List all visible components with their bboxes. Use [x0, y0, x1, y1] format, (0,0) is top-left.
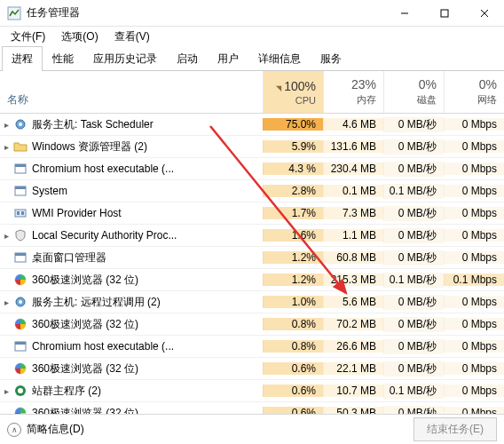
process-row[interactable]: Chromium host executable (...4.3 %230.4 …: [0, 158, 504, 180]
net-cell: 0 Mbps: [444, 207, 504, 219]
window-controls: [384, 0, 504, 27]
process-name: 360极速浏览器 (32 位): [32, 361, 263, 377]
minimize-button[interactable]: [384, 0, 424, 27]
mem-cell: 70.2 MB: [323, 318, 383, 330]
tab-2[interactable]: 应用历史记录: [83, 46, 167, 71]
footer: ∧ 简略信息(D) 结束任务(E): [0, 414, 504, 444]
net-cell: 0 Mbps: [444, 296, 504, 308]
fewer-details-link[interactable]: 简略信息(D): [27, 422, 84, 437]
svg-rect-21: [15, 342, 26, 345]
process-icon: [12, 317, 28, 331]
cpu-cell: 75.0%: [263, 118, 323, 131]
svg-rect-13: [21, 211, 24, 215]
menu-options[interactable]: 选项(O): [54, 28, 105, 46]
disk-cell: 0.1 MB/秒: [383, 384, 444, 399]
mem-cell: 10.7 MB: [323, 385, 383, 397]
process-row[interactable]: 360极速浏览器 (32 位)0.8%70.2 MB0 MB/秒0 Mbps: [0, 313, 504, 336]
disk-cell: 0.1 MB/秒: [383, 184, 444, 199]
cpu-cell: 0.6%: [263, 362, 323, 375]
process-row[interactable]: ▸Local Security Authority Proc...1.6%1.1…: [0, 225, 504, 247]
mem-cell: 230.4 MB: [323, 163, 383, 175]
cpu-cell: 1.0%: [263, 296, 323, 308]
process-icon: [12, 228, 28, 242]
col-header-磁盘[interactable]: 0%磁盘: [383, 71, 444, 113]
process-row[interactable]: ▸站群主程序 (2)0.6%10.7 MB0.1 MB/秒0 Mbps: [0, 380, 504, 402]
end-task-button[interactable]: 结束任务(E): [413, 417, 497, 441]
col-header-CPU[interactable]: ◥100%CPU: [263, 71, 323, 113]
mem-cell: 4.6 MB: [323, 118, 383, 131]
disk-cell: 0 MB/秒: [383, 228, 444, 243]
menu-view[interactable]: 查看(V): [107, 28, 157, 46]
svg-rect-10: [15, 186, 26, 189]
name-column-header[interactable]: 名称: [0, 71, 263, 113]
disk-cell: 0 MB/秒: [383, 339, 444, 354]
process-row[interactable]: 360极速浏览器 (32 位)1.2%215.3 MB0.1 MB/秒0.1 M…: [0, 269, 504, 291]
cpu-cell: 1.7%: [263, 207, 323, 219]
process-icon: [12, 139, 28, 154]
process-name: 360极速浏览器 (32 位): [32, 317, 263, 332]
expand-icon[interactable]: ▸: [0, 386, 12, 396]
cpu-cell: 1.2%: [263, 274, 323, 286]
process-name: 服务主机: Task Scheduler: [32, 117, 263, 132]
expand-icon[interactable]: ▸: [0, 120, 12, 130]
net-cell: 0 Mbps: [444, 163, 504, 175]
net-cell: 0 Mbps: [444, 140, 504, 153]
process-row[interactable]: 桌面窗口管理器1.2%60.8 MB0 MB/秒0 Mbps: [0, 247, 504, 269]
tab-4[interactable]: 用户: [208, 46, 248, 71]
cpu-cell: 0.8%: [263, 318, 323, 330]
col-header-网络[interactable]: 0%网络: [444, 71, 504, 113]
mem-cell: 7.3 MB: [323, 207, 383, 219]
tab-1[interactable]: 性能: [43, 46, 83, 71]
titlebar: 任务管理器: [0, 0, 504, 27]
svg-rect-11: [15, 210, 26, 217]
cpu-cell: 1.2%: [263, 251, 323, 264]
process-name: 360极速浏览器 (32 位): [32, 273, 263, 288]
tab-0[interactable]: 进程: [2, 46, 43, 71]
process-icon: [12, 361, 28, 376]
maximize-button[interactable]: [424, 0, 464, 27]
tab-3[interactable]: 启动: [167, 46, 208, 71]
cpu-cell: 5.9%: [263, 140, 323, 153]
process-name: 站群主程序 (2): [32, 384, 263, 399]
process-name: Chromium host executable (...: [32, 163, 263, 175]
net-cell: 0 Mbps: [444, 185, 504, 197]
process-icon: [12, 117, 28, 131]
process-row[interactable]: 360极速浏览器 (32 位)0.6%22.1 MB0 MB/秒0 Mbps: [0, 358, 504, 380]
window-title: 任务管理器: [27, 5, 384, 20]
disk-cell: 0 MB/秒: [383, 250, 444, 266]
process-name: WMI Provider Host: [32, 207, 263, 219]
process-name: 桌面窗口管理器: [32, 250, 263, 266]
disk-cell: 0 MB/秒: [383, 117, 444, 132]
process-row[interactable]: ▸服务主机: Task Scheduler75.0%4.6 MB0 MB/秒0 …: [0, 114, 504, 136]
cpu-cell: 4.3 %: [263, 163, 323, 175]
process-row[interactable]: ▸Windows 资源管理器 (2)5.9%131.6 MB0 MB/秒0 Mb…: [0, 136, 504, 158]
svg-rect-12: [17, 211, 20, 215]
expand-icon[interactable]: ▸: [0, 142, 12, 152]
cpu-cell: 0.8%: [263, 340, 323, 353]
mem-cell: 131.6 MB: [323, 140, 383, 153]
close-button[interactable]: [464, 0, 504, 27]
menu-file[interactable]: 文件(F): [4, 28, 52, 46]
app-icon: [7, 6, 21, 20]
mem-cell: 5.6 MB: [323, 296, 383, 308]
process-list: ▸服务主机: Task Scheduler75.0%4.6 MB0 MB/秒0 …: [0, 114, 504, 444]
process-row[interactable]: WMI Provider Host1.7%7.3 MB0 MB/秒0 Mbps: [0, 202, 504, 225]
process-name: Windows 资源管理器 (2): [32, 139, 263, 155]
collapse-icon[interactable]: ∧: [7, 423, 21, 437]
net-cell: 0 Mbps: [444, 118, 504, 131]
tab-5[interactable]: 详细信息: [248, 46, 311, 71]
process-row[interactable]: System2.8%0.1 MB0.1 MB/秒0 Mbps: [0, 180, 504, 202]
col-header-内存[interactable]: 23%内存: [323, 71, 383, 113]
expand-icon[interactable]: ▸: [0, 231, 12, 241]
mem-cell: 60.8 MB: [323, 251, 383, 264]
svg-point-6: [19, 123, 22, 126]
cpu-cell: 1.6%: [263, 229, 323, 242]
column-headers: 名称 ◥100%CPU23%内存0%磁盘0%网络: [0, 71, 504, 114]
process-row[interactable]: ▸服务主机: 远程过程调用 (2)1.0%5.6 MB0 MB/秒0 Mbps: [0, 291, 504, 313]
tab-6[interactable]: 服务: [311, 46, 351, 71]
process-icon: [12, 206, 28, 220]
process-row[interactable]: Chromium host executable (...0.8%26.6 MB…: [0, 336, 504, 358]
expand-icon[interactable]: ▸: [0, 297, 12, 307]
process-name: System: [32, 185, 263, 197]
process-name: 服务主机: 远程过程调用 (2): [32, 295, 263, 310]
